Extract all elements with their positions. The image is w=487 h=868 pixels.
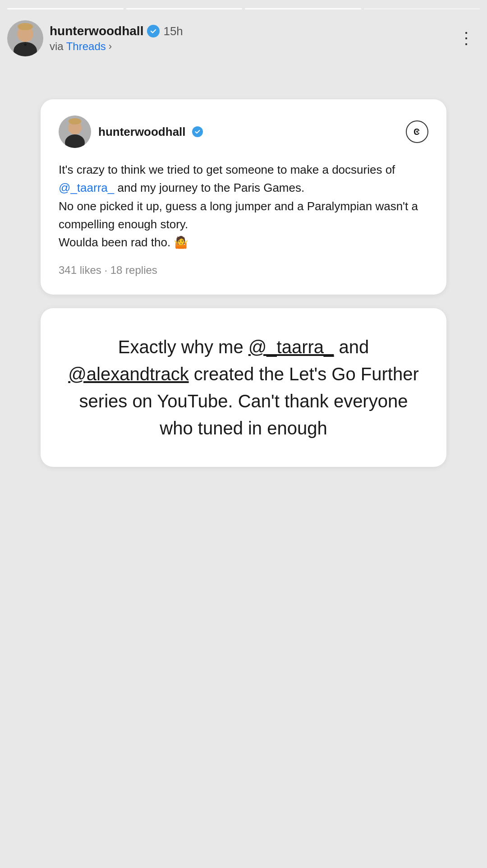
response-text-part2: and	[334, 337, 369, 357]
verified-icon	[147, 25, 160, 37]
progress-bar-4	[364, 8, 480, 9]
via-platform[interactable]: Threads	[66, 40, 106, 53]
response-card: Exactly why me @_taarra_ and @alexandtra…	[41, 308, 446, 467]
response-mention1[interactable]: @_taarra_	[248, 337, 334, 357]
body-text-4: Woulda been rad tho. 🤷	[59, 235, 188, 249]
body-mention-1[interactable]: @_taarra_	[59, 181, 114, 194]
progress-bars	[7, 8, 480, 9]
card-username: hunterwoodhall	[98, 125, 186, 139]
progress-bar-2	[126, 8, 243, 9]
card-likes: 341 likes	[59, 264, 101, 276]
progress-bar-1	[7, 8, 124, 9]
time-ago: 15h	[163, 24, 183, 38]
story-username: hunterwoodhall	[50, 24, 143, 38]
card-verified-icon	[192, 126, 203, 137]
card-header-left: hunterwoodhall	[59, 115, 203, 148]
more-button[interactable]: ⋮	[454, 26, 480, 51]
svg-point-9	[69, 118, 81, 125]
card-stats-separator: ·	[104, 264, 110, 276]
progress-bar-3	[245, 8, 361, 9]
svg-rect-4	[25, 45, 26, 46]
username-row: hunterwoodhall 15h	[50, 24, 183, 38]
card-header: hunterwoodhall	[59, 115, 428, 148]
chevron-right-icon: ›	[109, 41, 112, 52]
via-row: via Threads ›	[50, 40, 183, 53]
response-text-part1: Exactly why me	[118, 337, 248, 357]
card-avatar	[59, 115, 91, 148]
svg-point-5	[18, 23, 33, 30]
header-left: hunterwoodhall 15h via Threads ›	[7, 20, 183, 56]
body-text-2: and my journey to the Paris Games.	[114, 181, 304, 194]
card-body: It's crazy to think we tried to get some…	[59, 161, 428, 251]
card-stats: 341 likes · 18 replies	[59, 264, 428, 277]
threads-card: hunterwoodhall It's crazy to think we tr…	[41, 99, 446, 295]
card-username-row: hunterwoodhall	[98, 125, 203, 139]
threads-logo-icon	[406, 120, 428, 143]
response-text: Exactly why me @_taarra_ and @alexandtra…	[68, 333, 419, 442]
avatar	[7, 20, 43, 56]
story-header: hunterwoodhall 15h via Threads › ⋮	[7, 20, 480, 56]
card-replies: 18 replies	[110, 264, 157, 276]
via-label: via	[50, 40, 64, 53]
body-text-3: No one picked it up, guess a long jumper…	[59, 199, 418, 231]
main-content: hunterwoodhall It's crazy to think we tr…	[0, 72, 487, 868]
body-text-1: It's crazy to think we tried to get some…	[59, 163, 395, 176]
response-mention2[interactable]: @alexandtrack	[68, 364, 188, 384]
header-info: hunterwoodhall 15h via Threads ›	[50, 24, 183, 53]
